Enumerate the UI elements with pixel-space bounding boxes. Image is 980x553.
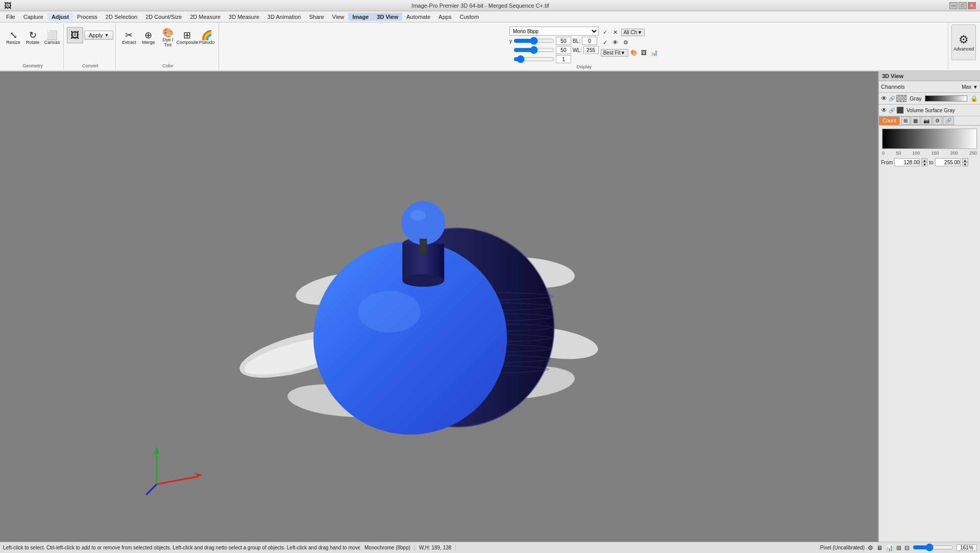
extract-icon: ✂: [125, 31, 133, 40]
composite-button[interactable]: ⊞ Composite: [178, 24, 197, 51]
status-colormode: Monochrome (8bpp): [364, 545, 415, 550]
window-title: Image-Pro Premier 3D 64-bit - Merged Seq…: [11, 3, 949, 9]
image-icon[interactable]: 🖼: [640, 48, 649, 57]
mono-dropdown[interactable]: Mono 8bpp: [509, 27, 599, 36]
slider1[interactable]: [513, 38, 554, 44]
status-icon4[interactable]: ⊟: [904, 544, 910, 551]
to-input[interactable]: 255.00: [935, 158, 961, 166]
menu-3d-measure[interactable]: 3D Measure: [225, 13, 263, 21]
display-group: Mono 8bpp γ 50 BL: 0 γ 50 WL: 255: [220, 23, 948, 69]
gray-lock-icon: 🔒: [970, 95, 978, 102]
to-label: to: [929, 160, 933, 165]
settings-icon[interactable]: ⚙: [621, 38, 630, 47]
menu-process[interactable]: Process: [73, 13, 102, 21]
panel-tabs: Count ⊞ ▦ 📷 ⚙ 🔗: [879, 116, 980, 125]
svg-point-23: [401, 201, 445, 245]
maximize-button[interactable]: □: [959, 2, 967, 9]
cube-icon: ⬛: [896, 107, 904, 114]
from-range-row: From 128.00 ▲ ▼ to 255.00 ▲ ▼: [879, 157, 980, 167]
menu-2d-count-size[interactable]: 2D Count/Size: [141, 13, 186, 21]
from-spin-up[interactable]: ▲: [921, 158, 927, 162]
status-icon1[interactable]: 🖥: [876, 544, 883, 551]
extract-label: Extract: [122, 40, 136, 45]
panel-title: 3D View: [879, 71, 980, 81]
menu-3d-animation[interactable]: 3D Animation: [263, 13, 305, 21]
eye-toggle2[interactable]: 👁: [881, 107, 887, 114]
best-fit-dropdown[interactable]: Best Fit ▼: [601, 49, 628, 57]
merge-button[interactable]: ⊕ Merge: [139, 24, 158, 51]
menu-3d-view[interactable]: 3D View: [373, 13, 402, 21]
calibration-icon[interactable]: ⚙: [868, 544, 873, 551]
zoom-slider[interactable]: [913, 543, 953, 552]
menu-file[interactable]: File: [2, 13, 19, 21]
x-icon[interactable]: ✕: [611, 28, 620, 37]
max-dropdown-arrow[interactable]: ▼: [973, 84, 978, 90]
pseudo-icon: 🌈: [201, 31, 212, 40]
wl-value[interactable]: 255: [583, 46, 599, 54]
to-spin-down[interactable]: ▼: [962, 162, 968, 166]
count-tab[interactable]: Count: [879, 116, 900, 125]
resize-icon: ⤡: [10, 31, 17, 40]
apply-button[interactable]: Apply ▼: [84, 31, 113, 40]
status-icon3[interactable]: ⊞: [896, 544, 901, 551]
apply-group: 🖼 Apply ▼ Convert: [65, 23, 116, 69]
composite-label: Composite: [176, 40, 198, 45]
chain-toggle2[interactable]: 🔗: [889, 108, 895, 113]
bl-value[interactable]: 0: [582, 37, 597, 45]
menu-image[interactable]: Image: [348, 13, 373, 21]
advanced-button[interactable]: ⚙ Advanced: [951, 24, 976, 60]
minimize-button[interactable]: —: [949, 2, 958, 9]
from-spin-down[interactable]: ▼: [921, 162, 927, 166]
convert-label: Convert: [82, 63, 99, 68]
svg-point-24: [410, 210, 426, 220]
palette-icon[interactable]: 🎨: [629, 48, 639, 57]
extract-button[interactable]: ✂ Extract: [120, 24, 138, 51]
slider3-value[interactable]: 1: [556, 55, 571, 63]
canvas-area[interactable]: [0, 71, 878, 542]
pseudo-button[interactable]: 🌈 Pseudo: [198, 24, 216, 51]
tab-icon5[interactable]: 🔗: [943, 116, 954, 125]
surface-channel-label: Volume Surface Gray: [906, 108, 955, 113]
status-icon2[interactable]: 📊: [886, 544, 893, 551]
slider2[interactable]: [513, 47, 554, 53]
close-button[interactable]: ✕: [968, 2, 976, 9]
menu-2d-selection[interactable]: 2D Selection: [102, 13, 141, 21]
gray-channel-label: Gray: [910, 95, 922, 102]
slider1-value[interactable]: 50: [556, 37, 571, 45]
slider2-value[interactable]: 50: [556, 46, 571, 54]
menu-adjust[interactable]: Adjust: [47, 13, 73, 21]
tab-icon1[interactable]: ⊞: [901, 116, 910, 125]
eye-toggle[interactable]: 👁: [881, 95, 887, 102]
menu-custom[interactable]: Custom: [455, 13, 483, 21]
menu-apps[interactable]: Apps: [434, 13, 455, 21]
menu-2d-measure[interactable]: 2D Measure: [186, 13, 225, 21]
canvas-button[interactable]: ⬜ Canvas: [43, 24, 61, 51]
zoom-value-input[interactable]: 161%: [957, 544, 977, 551]
zoom-range-input[interactable]: [913, 543, 953, 551]
checkmark-icon[interactable]: ✓: [601, 28, 610, 37]
menu-share[interactable]: Share: [305, 13, 328, 21]
status-right: Pixel (Uncalibrated) ⚙ 🖥 📊 ⊞ ⊟ 161%: [820, 543, 977, 552]
menu-capture[interactable]: Capture: [19, 13, 47, 21]
chart-icon[interactable]: 📊: [650, 48, 659, 57]
slider3[interactable]: [513, 56, 554, 62]
all-channels-dropdown[interactable]: All Ch ▼: [621, 29, 645, 36]
pixel-calibration: Pixel (Uncalibrated): [820, 545, 865, 550]
resize-button[interactable]: ⤡ Resize: [4, 24, 22, 51]
tab-icon2[interactable]: ▦: [911, 116, 920, 125]
chain-toggle[interactable]: 🔗: [889, 96, 895, 102]
tab-icon3[interactable]: 📷: [921, 116, 932, 125]
rotate-button[interactable]: ↻ Rotate: [23, 24, 42, 51]
menu-view[interactable]: View: [328, 13, 349, 21]
merge-label: Merge: [142, 40, 155, 45]
composite-icon: ⊞: [183, 31, 191, 40]
dye-tint-button[interactable]: 🎨 Dye / Tint: [159, 24, 177, 51]
eye-icon[interactable]: 👁: [611, 38, 620, 47]
best-fit-label: Best Fit: [603, 50, 621, 56]
tab-icon4[interactable]: ⚙: [933, 116, 942, 125]
checkmark2-icon[interactable]: ✓: [601, 38, 610, 47]
from-input[interactable]: 128.00: [894, 158, 920, 166]
to-spin-up[interactable]: ▲: [962, 158, 968, 162]
status-bar: Left-click to select. Ctrl-left-click to…: [0, 542, 980, 553]
menu-automate[interactable]: Automate: [402, 13, 434, 21]
